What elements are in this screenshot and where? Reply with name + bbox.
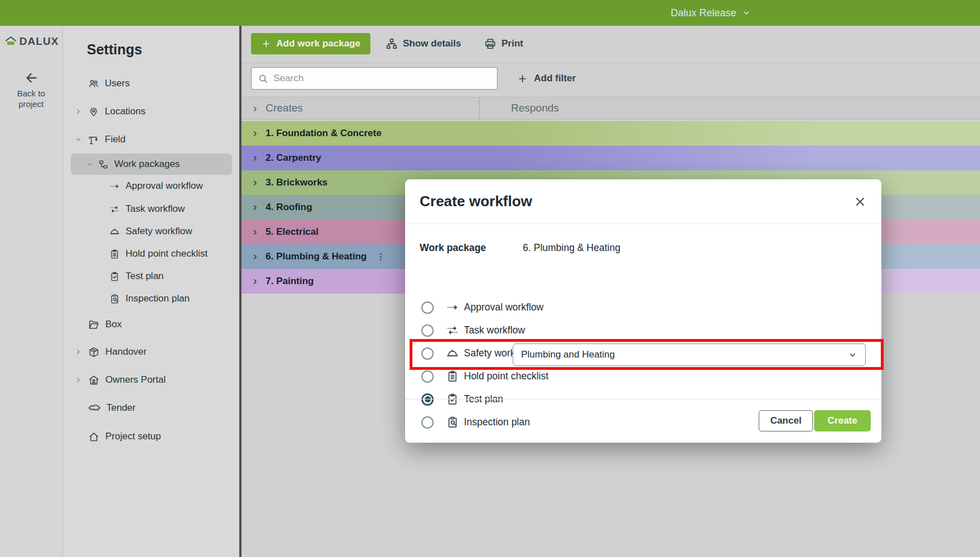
chevron-right-icon[interactable] xyxy=(251,228,259,236)
app-header: Dalux Release xyxy=(0,0,980,26)
work-package-value: 6. Plumbing & Heating xyxy=(523,242,620,254)
table-row[interactable]: 1. Foundation & Concrete xyxy=(241,121,980,146)
sidebar-item-label: Box xyxy=(105,319,122,330)
chevron-right-icon[interactable] xyxy=(251,277,259,286)
sidebar-item-locations[interactable]: Locations xyxy=(63,101,233,122)
column-header-creates: Creates xyxy=(266,102,303,114)
show-details-button[interactable]: Show details xyxy=(386,33,461,54)
chevron-right-icon xyxy=(75,108,82,115)
location-pin-icon xyxy=(88,106,99,117)
sidebar-item-users[interactable]: Users xyxy=(63,73,233,94)
helmet-icon xyxy=(446,347,459,360)
work-packages-icon xyxy=(98,159,109,170)
plus-icon xyxy=(261,39,271,49)
add-filter-label: Add filter xyxy=(534,73,576,84)
handshake-icon xyxy=(88,402,101,415)
chevron-right-icon[interactable] xyxy=(251,129,259,138)
radio-inspection-plan[interactable] xyxy=(421,416,434,429)
test-plan-select-value: Plumbing and Heating xyxy=(521,349,615,360)
radio-safety-workflow[interactable] xyxy=(421,347,434,360)
kebab-menu-icon xyxy=(375,252,386,262)
sidebar-item-box[interactable]: Box xyxy=(63,314,233,335)
task-workflow-icon xyxy=(446,324,459,337)
toolbar-divider xyxy=(241,63,980,63)
show-details-label: Show details xyxy=(403,38,461,49)
option-inspection-plan[interactable]: Inspection plan xyxy=(421,411,530,434)
chevron-right-icon[interactable] xyxy=(251,253,259,261)
sidebar-item-test-plan[interactable]: Test plan xyxy=(63,266,233,286)
chevron-right-icon xyxy=(75,376,82,384)
back-to-project-button[interactable]: Back to project xyxy=(0,71,62,110)
house-user-icon xyxy=(88,374,100,386)
sidebar-item-owners-portal[interactable]: Owners Portal xyxy=(63,370,233,390)
chevron-down-icon xyxy=(75,136,82,143)
option-label: Hold point checklist xyxy=(464,370,549,382)
sidebar-item-tender[interactable]: Tender xyxy=(63,398,233,418)
sidebar-item-field[interactable]: Field xyxy=(63,129,233,150)
back-to-project-label: Back to project xyxy=(12,89,51,110)
sidebar-item-label: Test plan xyxy=(126,271,164,282)
option-approval-workflow[interactable]: Approval workflow xyxy=(421,296,544,319)
sidebar-item-label: Inspection plan xyxy=(126,293,189,304)
users-icon xyxy=(88,78,99,89)
release-switcher[interactable]: Dalux Release xyxy=(671,0,751,26)
add-filter-button[interactable]: Add filter xyxy=(517,67,576,90)
chevron-down-icon xyxy=(848,350,857,360)
work-package-label: Work package xyxy=(420,242,486,253)
printer-icon xyxy=(484,38,496,50)
table-row[interactable]: 2. Carpentry xyxy=(241,146,980,170)
sidebar-item-work-packages[interactable]: Work packages xyxy=(71,154,232,175)
sidebar-item-project-setup[interactable]: Project setup xyxy=(63,426,233,447)
house-icon xyxy=(88,431,100,443)
sidebar-item-task-workflow[interactable]: Task workflow xyxy=(63,199,233,219)
work-package-row-label: 4. Roofing xyxy=(266,202,312,213)
print-button[interactable]: Print xyxy=(484,33,523,54)
sidebar-item-hold-point-checklist[interactable]: Hold point checklist xyxy=(63,244,233,264)
chevron-right-icon[interactable] xyxy=(251,203,259,212)
work-package-field: Work package 6. Plumbing & Heating xyxy=(420,242,486,254)
close-icon[interactable] xyxy=(853,195,867,208)
sidebar-item-approval-workflow[interactable]: Approval workflow xyxy=(63,176,233,196)
chevron-right-icon[interactable] xyxy=(251,179,259,187)
approval-workflow-icon xyxy=(109,181,120,192)
sidebar-item-inspection-plan[interactable]: Inspection plan xyxy=(63,289,233,309)
row-menu-button[interactable] xyxy=(375,252,386,262)
clipboard-check-icon xyxy=(109,271,120,282)
chevron-down-icon xyxy=(86,160,94,168)
search-icon xyxy=(258,73,268,84)
add-work-package-button[interactable]: Add work package xyxy=(251,33,370,54)
sidebar-item-label: Approval workflow xyxy=(126,180,203,192)
sidebar-item-label: Task workflow xyxy=(126,203,185,215)
radio-hold-point-checklist[interactable] xyxy=(421,370,434,383)
radio-task-workflow[interactable] xyxy=(421,324,434,337)
page-title: Settings xyxy=(87,41,142,58)
sidebar-item-label: Owners Portal xyxy=(105,374,166,386)
sidebar-item-label: Project setup xyxy=(105,431,161,442)
chevron-right-icon[interactable] xyxy=(251,154,259,163)
option-label: Approval workflow xyxy=(464,301,544,313)
clipboard-search-icon xyxy=(109,294,120,304)
chevron-right-icon[interactable] xyxy=(251,105,259,113)
sidebar-item-label: Field xyxy=(105,134,126,145)
option-task-workflow[interactable]: Task workflow xyxy=(421,319,525,342)
search-input[interactable] xyxy=(273,73,491,84)
chevron-down-icon xyxy=(742,8,751,17)
sidebar-item-safety-workflow[interactable]: Safety workflow xyxy=(63,221,233,242)
radio-approval-workflow[interactable] xyxy=(421,301,434,314)
task-workflow-icon xyxy=(109,204,120,215)
helmet-icon xyxy=(109,226,120,237)
print-label: Print xyxy=(501,38,523,49)
work-package-row-label: 1. Foundation & Concrete xyxy=(266,128,382,139)
clipboard-list-icon xyxy=(446,370,459,383)
plus-icon xyxy=(517,73,528,84)
cancel-button[interactable]: Cancel xyxy=(759,410,813,431)
chevron-right-icon xyxy=(75,348,82,356)
create-button[interactable]: Create xyxy=(814,410,871,431)
logo-text: DALUX xyxy=(20,35,59,48)
test-plan-select[interactable]: Plumbing and Heating xyxy=(513,344,866,366)
modal-title: Create workflow xyxy=(420,193,532,210)
dalux-house-icon xyxy=(4,34,17,49)
option-hold-point-checklist[interactable]: Hold point checklist xyxy=(421,365,549,388)
modal-body: Work package 6. Plumbing & Heating Appro… xyxy=(405,224,881,443)
sidebar-item-handover[interactable]: Handover xyxy=(63,342,233,362)
